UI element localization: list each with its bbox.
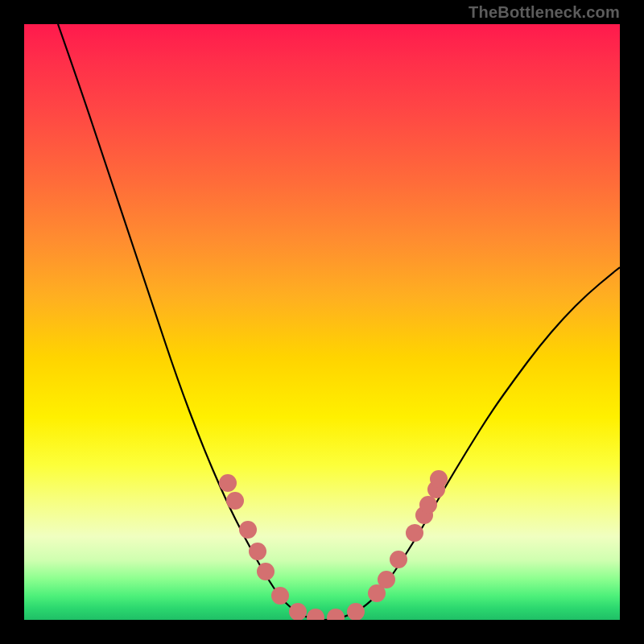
curve-marker bbox=[327, 609, 345, 620]
curve-marker bbox=[390, 551, 407, 568]
curve-marker bbox=[347, 603, 365, 620]
curve-marker bbox=[271, 587, 289, 605]
chart-frame: TheBottleneck.com bbox=[0, 0, 644, 644]
plot-area bbox=[24, 24, 620, 620]
bottleneck-curve bbox=[58, 24, 620, 620]
curve-marker bbox=[430, 470, 448, 488]
curve-marker bbox=[249, 543, 266, 560]
curve-marker bbox=[378, 571, 395, 588]
curve-marker bbox=[289, 603, 307, 620]
bottleneck-curve-svg bbox=[24, 24, 620, 620]
curve-marker bbox=[239, 521, 257, 539]
curve-markers bbox=[219, 470, 448, 620]
curve-marker bbox=[307, 609, 324, 620]
curve-marker bbox=[257, 563, 275, 580]
curve-marker bbox=[219, 474, 237, 492]
curve-marker bbox=[226, 492, 244, 510]
curve-marker bbox=[419, 496, 437, 514]
watermark-text: TheBottleneck.com bbox=[469, 3, 620, 22]
curve-marker bbox=[406, 524, 423, 542]
